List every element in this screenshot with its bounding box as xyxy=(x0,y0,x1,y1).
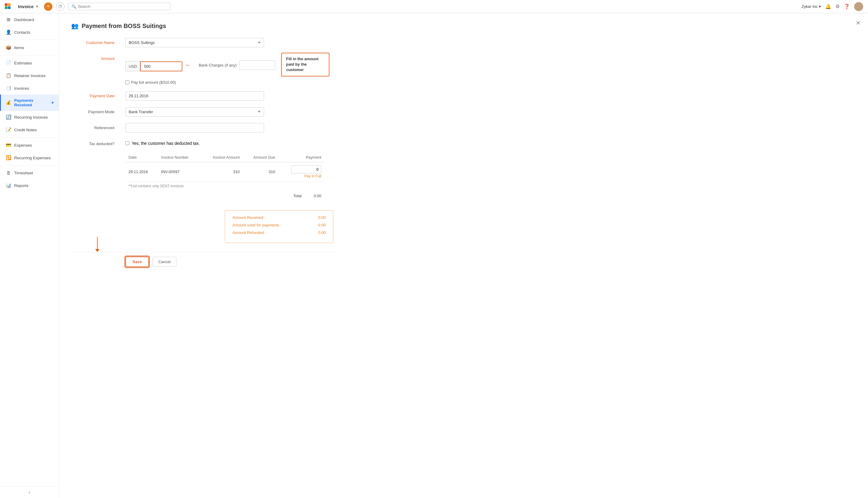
total-value: 0.00 xyxy=(314,194,321,198)
total-label: Total xyxy=(293,194,302,198)
payment-date-row: Payment Date xyxy=(71,91,336,101)
payment-date-input[interactable] xyxy=(125,91,264,101)
row-payment-input[interactable] xyxy=(291,165,321,173)
col-payment: Payment xyxy=(278,153,324,162)
sidebar-label-timesheet: Timesheet xyxy=(14,171,33,175)
sidebar-item-recurring-expenses[interactable]: 🔁 Recurring Expenses xyxy=(0,152,59,164)
reference-input[interactable] xyxy=(125,123,264,132)
sidebar-label-contacts: Contacts xyxy=(14,30,30,35)
zoho-logo xyxy=(5,3,16,10)
sidebar-collapse-btn[interactable]: ‹ xyxy=(0,486,59,498)
tax-checkbox[interactable] xyxy=(125,141,129,145)
bank-charges-input[interactable] xyxy=(239,61,275,70)
sidebar-item-contacts[interactable]: 👤 Contacts xyxy=(0,26,59,39)
sidebar-item-expenses[interactable]: 💳 Expenses xyxy=(0,139,59,152)
form-title: 👥 Payment from BOSS Suitings xyxy=(71,22,336,29)
amount-tooltip: Fill in the amount paid by the customer xyxy=(281,53,329,77)
avatar[interactable] xyxy=(854,2,863,11)
summary-amount-used: Amount used for payments : 0.00 xyxy=(232,223,326,227)
col-invoice-number: Invoice Number xyxy=(158,153,201,162)
app-caret-icon: ▾ xyxy=(36,4,38,9)
summary-amount-received: Amount Received : 0.00 xyxy=(232,215,326,220)
customer-name-control: BOSS Suitings xyxy=(125,38,264,47)
clock-button[interactable]: ⏱ xyxy=(56,2,64,11)
sidebar-label-rec-expenses: Recurring Expenses xyxy=(14,156,51,160)
customer-name-row: Customer Name BOSS Suitings xyxy=(71,38,336,47)
logo-area: Invoice ▾ xyxy=(5,3,38,10)
save-button[interactable]: Save xyxy=(125,257,149,267)
payments-add-icon[interactable]: + xyxy=(51,100,54,105)
sidebar-label-recurring-inv: Recurring Invoices xyxy=(14,115,48,119)
sidebar-item-invoices[interactable]: 📑 Invoices xyxy=(0,82,59,94)
settings-button[interactable]: ⚙ xyxy=(835,4,840,9)
sidebar-item-estimates[interactable]: 📄 Estimates xyxy=(0,56,59,69)
org-selector[interactable]: Zykar Inc ▾ xyxy=(802,4,821,9)
sidebar-label-payments: Payments Received xyxy=(14,98,48,107)
sidebar-label-reports: Reports xyxy=(14,183,28,188)
search-input[interactable] xyxy=(78,4,167,9)
row-amount-due: 310 xyxy=(243,162,278,181)
payment-date-control xyxy=(125,91,264,101)
sidebar-label-retainer: Retainer Invoices xyxy=(14,74,46,78)
summary-amount-refunded: Amount Refunded : 0.00 xyxy=(232,230,326,235)
payment-date-label: Payment Date xyxy=(71,91,119,98)
summary-used-value: 0.00 xyxy=(318,223,326,227)
svg-rect-3 xyxy=(8,6,11,9)
payment-mode-label: Payment Mode xyxy=(71,107,119,114)
col-date: Date xyxy=(125,153,158,162)
sidebar-item-credit-notes[interactable]: 📝 Credit Notes xyxy=(0,123,59,136)
help-button[interactable]: ❓ xyxy=(844,4,850,9)
payment-mode-control: Bank Transfer xyxy=(125,107,264,117)
table-row: 29.11.2016 INV-00597 310 310 Pay in Full xyxy=(125,162,324,181)
close-button[interactable]: ✕ xyxy=(856,19,861,26)
summary-received-value: 0.00 xyxy=(318,215,326,220)
col-amount-due: Amount Due xyxy=(243,153,278,162)
summary-refunded-label: Amount Refunded : xyxy=(232,230,266,235)
form-title-icon: 👥 xyxy=(71,22,79,29)
row-invoice-number: INV-00597 xyxy=(158,162,201,181)
app-name: Invoice xyxy=(18,4,34,9)
save-arrow-annotation xyxy=(95,237,100,252)
table-note: **List contains only SENT invoices xyxy=(125,182,324,191)
timesheet-icon: 🗓 xyxy=(6,170,11,175)
amount-input-area: USD xyxy=(125,61,182,71)
top-nav: Invoice ▾ + ⏱ 🔍 Zykar Inc ▾ 🔔 ⚙ ❓ xyxy=(0,0,868,13)
customer-name-select[interactable]: BOSS Suitings xyxy=(125,38,264,47)
tax-checkbox-label: Yes, the customer has deducted tax. xyxy=(132,141,200,146)
cancel-button[interactable]: Cancel xyxy=(153,257,176,267)
retainer-icon: 📋 xyxy=(6,73,11,78)
content-area: ✕ 👥 Payment from BOSS Suitings Customer … xyxy=(59,13,868,498)
nav-right: Zykar Inc ▾ 🔔 ⚙ ❓ xyxy=(802,2,863,11)
col-invoice-amount: Invoice Amount xyxy=(201,153,243,162)
tax-row: Tax deducted? Yes, the customer has dedu… xyxy=(71,139,336,146)
svg-rect-0 xyxy=(5,3,8,6)
bottom-bar: Save Cancel xyxy=(71,252,336,271)
pay-full-checkbox[interactable] xyxy=(125,80,129,84)
amount-input[interactable] xyxy=(140,62,182,71)
sidebar-item-items[interactable]: 📦 Items xyxy=(0,41,59,54)
sidebar-item-reports[interactable]: 📊 Reports xyxy=(0,179,59,192)
search-icon: 🔍 xyxy=(72,4,76,9)
customer-name-label: Customer Name xyxy=(71,38,119,45)
bell-button[interactable]: 🔔 xyxy=(825,4,831,9)
sidebar-label-items: Items xyxy=(14,45,24,50)
amount-label: Amount xyxy=(71,54,119,61)
row-date: 29.11.2016 xyxy=(125,162,158,181)
bank-charges-label: Bank Charges (if any) xyxy=(199,63,237,67)
tooltip-arrow-icon: ← xyxy=(185,61,191,69)
sidebar-item-recurring-invoices[interactable]: 🔄 Recurring Invoices xyxy=(0,111,59,123)
bottom-bar-container: Save Cancel xyxy=(71,252,336,271)
sidebar-label-estimates: Estimates xyxy=(14,61,32,65)
contacts-icon: 👤 xyxy=(6,29,11,35)
sidebar-label-invoices: Invoices xyxy=(14,86,29,91)
payment-mode-select[interactable]: Bank Transfer xyxy=(125,107,264,117)
sidebar-item-payments-received[interactable]: 💰 Payments Received + xyxy=(0,94,59,111)
sidebar-label-credit: Credit Notes xyxy=(14,128,37,132)
items-icon: 📦 xyxy=(6,45,11,50)
sidebar-item-retainer-invoices[interactable]: 📋 Retainer Invoices xyxy=(0,69,59,82)
pay-in-full-link[interactable]: Pay in Full xyxy=(281,174,321,178)
summary-box: Amount Received : 0.00 Amount used for p… xyxy=(225,210,333,243)
add-button[interactable]: + xyxy=(44,2,52,11)
sidebar-item-dashboard[interactable]: ⊞ Dashboard xyxy=(0,13,59,26)
sidebar-item-timesheet[interactable]: 🗓 Timesheet xyxy=(0,167,59,179)
